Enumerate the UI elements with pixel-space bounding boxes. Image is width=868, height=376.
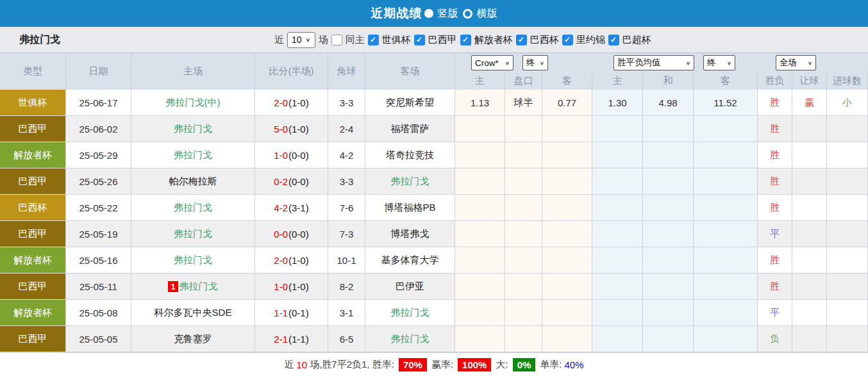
eu-draw-odds xyxy=(643,326,694,352)
home-team[interactable]: 帕尔梅拉斯 xyxy=(169,176,217,188)
home-team[interactable]: 弗拉门戈 xyxy=(179,281,218,293)
result-label: 胜 xyxy=(758,116,792,142)
away-team[interactable]: 博塔福格PB xyxy=(384,202,435,214)
handicap-rate-badge: 100% xyxy=(458,358,491,372)
bookmaker-select-value: Crow* xyxy=(475,58,499,68)
home-team[interactable]: 科尔多瓦中央SDE xyxy=(154,307,232,319)
away-team[interactable]: 福塔雷萨 xyxy=(391,123,430,135)
same-home-checkbox[interactable] xyxy=(331,35,342,45)
ah-line xyxy=(505,326,542,352)
radio-vertical-label[interactable]: 竖版 xyxy=(438,7,458,20)
match-score: 1-0(1-0) xyxy=(255,274,328,300)
away-team[interactable]: 基多体育大学 xyxy=(381,254,439,266)
league-badge: 解放者杯 xyxy=(0,247,66,274)
half-score: (0-0) xyxy=(288,176,309,187)
eu-away-odds xyxy=(694,274,758,300)
result-label: 胜 xyxy=(758,195,792,221)
eu-away-odds xyxy=(694,168,758,195)
league-checkbox-2[interactable]: ✓ xyxy=(460,35,471,45)
match-date: 25-06-02 xyxy=(66,116,131,142)
table-row: 巴西甲 25-05-11 1 弗拉门戈 1-0(1-0) 8-2 巴伊亚 胜 xyxy=(0,274,868,300)
full-score: 2-0 xyxy=(274,97,288,108)
home-team[interactable]: 弗拉门戈 xyxy=(174,228,212,240)
radio-vertical-selected-icon[interactable] xyxy=(424,9,433,18)
final-a-select[interactable]: 终∨ xyxy=(522,55,548,70)
scope-select[interactable]: 全场∨ xyxy=(776,55,816,70)
sub-header-result: 胜负 xyxy=(758,72,792,90)
full-score: 2-1 xyxy=(274,334,288,345)
goals-result xyxy=(827,326,868,352)
home-team[interactable]: 弗拉门戈 xyxy=(174,254,212,266)
ah-away-odds xyxy=(542,326,592,352)
eu-away-odds: 11.52 xyxy=(694,90,758,116)
ah-away-odds xyxy=(542,195,592,221)
rounds-value: 10 xyxy=(292,35,302,45)
sub-header-handicap: 让球 xyxy=(792,72,827,90)
home-team[interactable]: 弗拉门戈(中) xyxy=(166,97,221,109)
ah-line xyxy=(505,142,542,168)
radio-horizontal-label[interactable]: 横版 xyxy=(477,7,497,20)
radio-horizontal-icon[interactable] xyxy=(463,9,472,19)
goals-result xyxy=(827,168,868,195)
bookmaker-select[interactable]: Crow*∨ xyxy=(471,55,513,70)
away-team[interactable]: 弗拉门戈 xyxy=(391,307,430,319)
league-checkbox-1[interactable]: ✓ xyxy=(414,35,425,45)
table-header: 类型 日期 主场 比分(半场) 角球 客场 Crow*∨ 终∨ 胜平负均值∨ 终… xyxy=(0,53,868,90)
home-team[interactable]: 弗拉门戈 xyxy=(174,123,212,135)
table-row: 巴西甲 25-05-05 克鲁塞罗 2-1(1-1) 6-5 弗拉门戈 负 xyxy=(0,326,868,352)
eu-away-odds xyxy=(694,326,758,352)
single-rate-value: 40% xyxy=(564,359,583,370)
big-rate-label: 大: xyxy=(496,359,508,371)
chevron-down-icon: ∨ xyxy=(505,60,510,66)
away-team[interactable]: 塔奇拉竞技 xyxy=(386,149,434,161)
corner-score: 3-1 xyxy=(328,300,365,326)
final-a-value: 终 xyxy=(526,57,535,69)
results-table: 类型 日期 主场 比分(半场) 角球 客场 Crow*∨ 终∨ 胜平负均值∨ 终… xyxy=(0,53,868,352)
rounds-select[interactable]: 10 ∨ xyxy=(287,32,315,48)
chevron-down-icon: ∨ xyxy=(727,60,731,66)
away-team[interactable]: 突尼斯希望 xyxy=(386,97,434,109)
table-row: 巴西甲 25-06-02 弗拉门戈 5-0(1-0) 2-4 福塔雷萨 胜 xyxy=(0,116,868,142)
full-score: 4-2 xyxy=(274,202,288,213)
corner-score: 6-5 xyxy=(328,326,365,352)
away-team[interactable]: 博塔弗戈 xyxy=(391,228,430,240)
league-checkbox-4[interactable]: ✓ xyxy=(562,35,573,45)
match-score: 0-2(0-0) xyxy=(255,168,328,195)
final-b-select[interactable]: 终∨ xyxy=(703,55,735,70)
match-score: 2-0(1-0) xyxy=(255,90,328,116)
table-row: 解放者杯 25-05-16 弗拉门戈 2-0(1-0) 10-1 基多体育大学 … xyxy=(0,247,868,274)
result-label: 胜 xyxy=(758,274,792,300)
league-checkbox-3[interactable]: ✓ xyxy=(516,35,527,45)
chevron-down-icon: ∨ xyxy=(540,60,544,66)
goals-result xyxy=(827,195,868,221)
eu-home-odds xyxy=(592,247,643,274)
ah-home-odds xyxy=(455,326,505,352)
league-checkbox-0[interactable]: ✓ xyxy=(368,35,379,45)
home-team[interactable]: 弗拉门戈 xyxy=(174,202,212,214)
league-checkbox-5[interactable]: ✓ xyxy=(608,35,619,45)
home-team[interactable]: 弗拉门戈 xyxy=(174,149,212,161)
league-badge: 巴西甲 xyxy=(0,221,66,247)
half-score: (1-0) xyxy=(288,97,309,108)
league-label-0: 世俱杯 xyxy=(382,34,411,46)
ah-line: 球半 xyxy=(505,90,542,116)
match-score: 1-0(0-0) xyxy=(255,142,328,168)
handicap-result xyxy=(792,142,827,168)
handicap-result xyxy=(792,195,827,221)
home-team[interactable]: 克鲁塞罗 xyxy=(174,333,212,345)
match-date: 25-05-22 xyxy=(66,195,131,221)
team-name: 弗拉门戈 xyxy=(19,33,60,47)
full-score: 1-0 xyxy=(274,281,288,292)
result-label: 胜 xyxy=(758,247,792,274)
eu-draw-odds xyxy=(643,116,694,142)
scope-select-value: 全场 xyxy=(780,57,797,69)
away-team[interactable]: 巴伊亚 xyxy=(396,281,424,293)
away-team[interactable]: 弗拉门戈 xyxy=(391,176,430,188)
eu-home-odds xyxy=(592,274,643,300)
away-team[interactable]: 弗拉门戈 xyxy=(391,333,430,345)
rank-badge: 1 xyxy=(168,281,178,292)
avg-select[interactable]: 胜平负均值∨ xyxy=(613,55,694,70)
ah-home-odds xyxy=(455,168,505,195)
avg-select-value: 胜平负均值 xyxy=(617,57,661,69)
filter-controls: 近 10 ∨ 场 同主 ✓ 世俱杯 ✓ 巴西甲 ✓ 解放者杯 ✓ 巴西杯 ✓ 里… xyxy=(274,27,651,53)
